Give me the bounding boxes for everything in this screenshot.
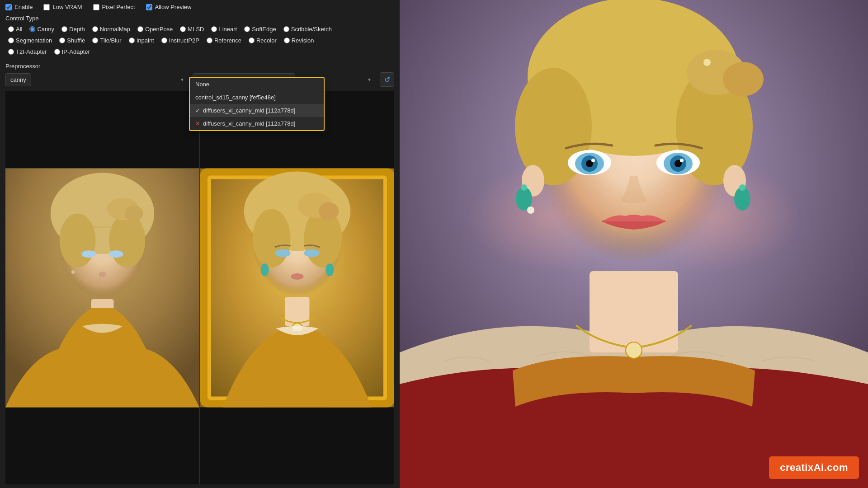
radio-scribble-input[interactable] (283, 26, 289, 32)
radio-all-label: All (16, 26, 22, 33)
radio-mlsd-label: MLSD (188, 26, 204, 33)
radio-canny-input[interactable] (29, 26, 35, 32)
enable-checkbox[interactable] (5, 4, 12, 10)
radio-shuffle[interactable]: Shuffle (57, 36, 88, 45)
preprocessor-label: Preprocessor (5, 63, 394, 70)
allow-preview-label: Allow Preview (155, 4, 192, 10)
radio-inpaint[interactable]: Inpaint (126, 36, 157, 45)
control-type-row-2: Segmentation Shuffle Tile/Blur Inpaint I… (5, 36, 394, 45)
radio-ipadapter-label: IP-Adapter (62, 48, 90, 55)
allow-preview-checkbox-item[interactable]: Allow Preview (146, 4, 192, 10)
image-left (5, 91, 200, 484)
model-dropdown-popup[interactable]: None control_sd15_canny [fef5e48e] ✓ dif… (189, 77, 325, 131)
images-row (5, 91, 394, 484)
portrait-mid-svg (200, 91, 394, 484)
radio-lineart-input[interactable] (211, 26, 217, 32)
radio-recolor[interactable]: Recolor (246, 36, 279, 45)
radio-t2iadapter-input[interactable] (8, 49, 14, 55)
svg-point-7 (125, 205, 143, 221)
portrait-left-container (5, 91, 199, 484)
low-vram-checkbox-item[interactable]: Low VRAM (43, 4, 82, 10)
svg-point-40 (703, 59, 711, 66)
low-vram-checkbox[interactable] (43, 4, 50, 10)
radio-reference-input[interactable] (207, 38, 212, 43)
radio-ipadapter-input[interactable] (54, 49, 60, 55)
radio-instructp2p-input[interactable] (161, 38, 167, 43)
radio-instructp2p-label: InstructP2P (169, 37, 199, 44)
radio-openpose[interactable]: OpenPose (135, 24, 175, 34)
radio-tile-blur-input[interactable] (92, 38, 98, 43)
radio-revision-input[interactable] (284, 38, 290, 43)
radio-normalmap[interactable]: NormalMap (90, 24, 133, 34)
radio-inpaint-label: Inpaint (137, 37, 154, 44)
allow-preview-checkbox[interactable] (146, 4, 152, 10)
radio-lineart[interactable]: Lineart (208, 24, 240, 34)
svg-point-21 (319, 202, 339, 220)
image-mid (200, 91, 394, 484)
svg-point-9 (82, 250, 96, 258)
radio-normalmap-input[interactable] (92, 26, 98, 32)
svg-point-4 (60, 213, 96, 267)
radio-scribble[interactable]: Scribble/Sketch (281, 24, 335, 34)
radio-mlsd-input[interactable] (180, 26, 186, 32)
svg-point-24 (261, 263, 269, 276)
radio-tile-blur[interactable]: Tile/Blur (90, 36, 124, 45)
radio-segmentation-input[interactable] (8, 38, 14, 43)
radio-shuffle-label: Shuffle (67, 37, 85, 44)
dropdown-item-none[interactable]: None (190, 78, 324, 91)
radio-inpaint-input[interactable] (129, 38, 135, 43)
svg-point-11 (99, 272, 106, 277)
svg-point-25 (326, 263, 334, 276)
radio-scribble-label: Scribble/Sketch (291, 26, 332, 33)
dropdown-item-xl-mid-2[interactable]: ✕ diffusers_xl_canny_mid [112a778d] (190, 117, 324, 130)
radio-softedge-input[interactable] (244, 26, 250, 32)
control-type-label: Control Type (5, 15, 394, 22)
pixel-perfect-checkbox-item[interactable]: Pixel Perfect (93, 4, 135, 10)
radio-openpose-input[interactable] (137, 26, 143, 32)
radio-t2iadapter[interactable]: T2I-Adapter (5, 47, 50, 56)
svg-point-31 (626, 342, 642, 358)
enable-checkbox-item[interactable]: Enable (5, 4, 33, 10)
radio-t2iadapter-label: T2I-Adapter (16, 48, 47, 55)
preprocessor-select[interactable]: canny (5, 73, 31, 86)
enable-label: Enable (14, 4, 33, 10)
radio-depth-input[interactable] (61, 26, 67, 32)
radio-recolor-input[interactable] (249, 38, 255, 43)
pixel-perfect-checkbox[interactable] (93, 4, 99, 10)
radio-all[interactable]: All (5, 24, 25, 34)
svg-point-12 (71, 270, 75, 274)
radio-shuffle-input[interactable] (59, 38, 65, 43)
refresh-button[interactable]: ↺ (380, 72, 394, 87)
radio-all-input[interactable] (8, 26, 14, 32)
radio-softedge[interactable]: SoftEdge (241, 24, 279, 34)
radio-instructp2p[interactable]: InstructP2P (159, 36, 202, 45)
svg-point-26 (275, 249, 291, 257)
dropdown-item-sd15[interactable]: control_sd15_canny [fef5e48e] (190, 91, 324, 104)
svg-point-46 (739, 184, 745, 191)
creatix-badge[interactable]: creatixAi.com (769, 456, 859, 479)
dropdown-none-label: None (195, 81, 209, 88)
radio-lineart-label: Lineart (219, 26, 237, 33)
control-type-row-3: T2I-Adapter IP-Adapter (5, 47, 394, 56)
radio-depth-label: Depth (69, 26, 85, 33)
dropdown-xl-mid-2-label: diffusers_xl_canny_mid [112a778d] (203, 120, 295, 127)
svg-point-27 (304, 249, 319, 257)
radio-segmentation-label: Segmentation (16, 37, 52, 44)
portrait-right-svg (400, 0, 868, 488)
radio-softedge-label: SoftEdge (252, 26, 276, 33)
radio-reference[interactable]: Reference (204, 36, 244, 45)
radio-recolor-label: Recolor (256, 37, 277, 44)
red-x-icon: ✕ (195, 120, 200, 127)
radio-canny[interactable]: Canny (27, 24, 57, 34)
control-type-row-1: All Canny Depth NormalMap OpenPose MLSD … (5, 24, 394, 34)
radio-depth[interactable]: Depth (59, 24, 88, 34)
radio-segmentation[interactable]: Segmentation (5, 36, 55, 45)
svg-point-56 (591, 159, 595, 162)
svg-point-5 (109, 213, 145, 267)
radio-ipadapter[interactable]: IP-Adapter (52, 47, 93, 56)
dropdown-item-xl-mid-1[interactable]: ✓ diffusers_xl_canny_mid [112a778d] (190, 104, 324, 117)
svg-point-18 (253, 209, 291, 267)
svg-point-57 (680, 159, 684, 162)
radio-mlsd[interactable]: MLSD (177, 24, 207, 34)
radio-revision[interactable]: Revision (281, 36, 317, 45)
